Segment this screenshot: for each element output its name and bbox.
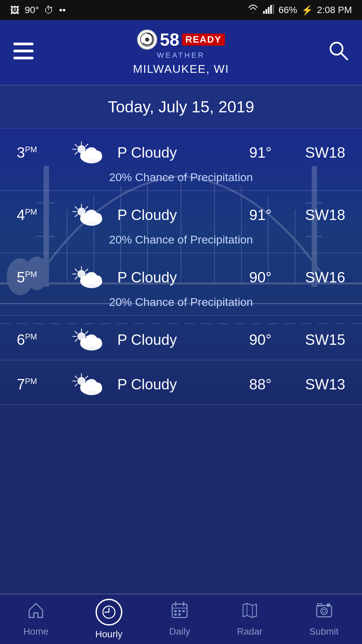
weather-wind: SW16 [295,269,345,286]
status-bar: 🖼 90° ⏱ •• 66% ⚡ 2:08 PM [0,0,362,20]
weather-precip: 20% Chance of Precipitation [17,296,345,309]
svg-rect-111 [317,605,331,617]
svg-line-64 [75,277,77,279]
weather-row: 4PM P C [0,191,362,253]
submit-icon [315,601,333,623]
weather-precip: 20% Chance of Precipitation [17,171,345,184]
nav-hourly-label: Hourly [95,629,122,640]
current-date: Today, July 15, 2019 [108,98,254,116]
app-header: 58 READY WEATHER MILWAUKEE, WI [0,20,362,86]
weather-temperature: 90° [249,331,272,348]
svg-rect-104 [174,610,177,612]
svg-point-70 [93,275,102,285]
weather-condition-icon [67,264,107,291]
svg-rect-105 [178,610,181,612]
svg-rect-5 [13,43,34,45]
svg-rect-1 [265,9,267,14]
app-logo: 58 READY WEATHER MILWAUKEE, WI [133,30,229,75]
svg-rect-114 [327,603,330,607]
weather-time: 6PM [17,331,57,348]
temp-indicator: 90° [25,5,39,15]
bottom-nav: Home Hourly [0,594,362,644]
nav-hourly[interactable]: Hourly [95,599,122,640]
signal-icon [263,4,275,16]
weather-time: 5PM [17,269,57,286]
weather-time: 4PM [17,207,57,223]
svg-line-60 [75,269,77,271]
weather-wind: SW18 [295,207,345,223]
menu-button[interactable] [13,43,34,63]
weather-time: 3PM [17,144,57,161]
weather-temperature: 88° [249,376,272,393]
svg-line-11 [341,53,347,59]
logo-ready-text: READY [182,34,225,46]
nav-submit[interactable]: Submit [309,601,339,637]
svg-line-86 [75,376,77,378]
status-left: 🖼 90° ⏱ •• [10,5,66,16]
weather-row: 3PM P C [0,128,362,191]
weather-condition-label: P Cloudy [117,331,239,348]
nav-radar-label: Radar [237,626,262,637]
svg-rect-107 [174,613,177,615]
wifi-icon [247,4,259,16]
svg-point-112 [321,608,327,614]
time-display: 2:08 PM [317,5,352,15]
city-label: MILWAUKEE, WI [133,62,229,75]
weather-list: 3PM P C [0,128,362,405]
weather-condition-icon [67,326,107,353]
radar-icon [241,601,258,623]
home-icon [27,601,45,623]
svg-rect-6 [13,50,34,52]
svg-line-77 [75,339,77,341]
nav-submit-label: Submit [309,626,339,637]
battery-percentage: 66% [279,5,297,15]
svg-rect-0 [263,11,265,14]
svg-rect-3 [270,5,272,14]
weather-condition-icon [67,371,107,398]
logo-badge: 58 READY [137,30,225,50]
status-right: 66% ⚡ 2:08 PM [247,4,352,16]
svg-rect-106 [182,610,185,612]
weather-precip: 20% Chance of Precipitation [17,233,345,246]
nav-daily[interactable]: Daily [169,601,190,637]
weather-row: 5PM P C [0,253,362,316]
date-bar: Today, July 15, 2019 [0,86,362,128]
nav-home-label: Home [23,626,49,637]
nav-radar[interactable]: Radar [237,601,262,637]
charging-icon: ⚡ [301,5,313,16]
svg-point-96 [93,382,102,392]
weather-condition-icon [67,202,107,228]
svg-line-38 [75,152,77,154]
svg-line-74 [85,331,88,334]
weather-condition-label: P Cloudy [117,269,239,286]
svg-line-61 [85,269,88,271]
svg-point-113 [322,609,326,613]
timer-icon: ⏱ [44,5,54,16]
weather-condition-label: P Cloudy [117,207,239,223]
search-button[interactable] [328,41,349,64]
nav-daily-label: Daily [169,626,190,637]
weather-wind: SW13 [295,376,345,393]
svg-rect-108 [178,613,181,615]
svg-line-47 [75,207,77,209]
weather-row: 6PM P C [0,316,362,360]
cbs-logo [137,30,157,50]
svg-rect-7 [13,57,34,59]
svg-rect-4 [273,4,274,14]
svg-point-83 [93,338,102,347]
nav-home[interactable]: Home [23,601,49,637]
svg-point-57 [93,213,102,222]
svg-line-48 [85,207,88,209]
daily-icon [171,601,188,623]
photo-icon: 🖼 [10,5,19,16]
svg-point-44 [93,151,102,160]
svg-rect-2 [268,7,269,14]
weather-wind: SW15 [295,331,345,348]
logo-58-text: 58 [160,30,179,50]
weather-condition-label: P Cloudy [117,144,239,161]
svg-point-9 [145,38,149,42]
svg-line-87 [85,376,88,378]
weather-row: 7PM P C [0,360,362,405]
weather-condition-icon [67,139,107,166]
weather-temperature: 90° [249,269,272,286]
